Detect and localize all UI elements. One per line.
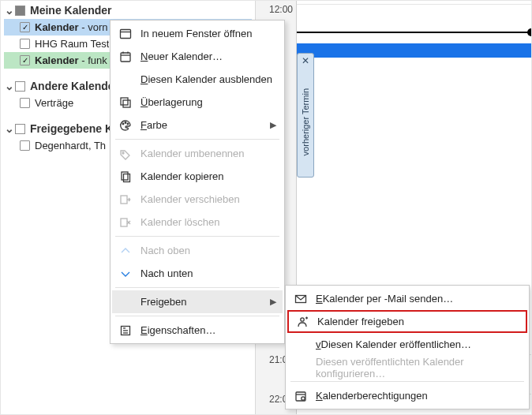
share-submenu: EKalender per -Mail senden…Kalender frei… (285, 285, 530, 409)
checkbox[interactable] (20, 55, 30, 65)
menu-item-label: Kalender kopieren (140, 170, 275, 182)
svg-point-23 (301, 317, 304, 320)
window-icon (117, 25, 134, 43)
menu-item-label: Kalender löschen (140, 216, 275, 228)
perm-icon (292, 387, 309, 405)
calendar-name: Degenhardt, Th (35, 140, 106, 151)
svg-point-9 (125, 122, 126, 123)
chevron-down-icon: ⌄ (4, 4, 15, 17)
palette-icon (117, 117, 134, 134)
menu-item-label: Kalender verschieben (140, 193, 275, 205)
previous-appointment-label: vorheriger Termin (301, 88, 310, 155)
menu-item-label: Kalender freigeben (317, 316, 518, 327)
svg-point-28 (302, 396, 305, 399)
chevron-down-icon: ⌄ (4, 122, 15, 135)
move-icon (117, 191, 134, 208)
context-menu: In neuem Fenster öffnenNeuer Kalender…Di… (110, 20, 285, 344)
menu-item-label: Nach oben (140, 245, 275, 256)
menu-item-delete: Kalender löschen (112, 211, 283, 234)
menu-item-down[interactable]: Nach unten (112, 262, 283, 285)
group-checkbox[interactable] (15, 81, 25, 92)
svg-rect-13 (124, 174, 130, 181)
group-title: Freigegebene K (30, 122, 113, 135)
calendar-name: HHG Raum Test (35, 38, 109, 50)
share-icon (294, 313, 311, 331)
menu-item-label: vDiesen Kalender eröffentlichen… (316, 338, 519, 350)
group-title: Meine Kalender (30, 4, 111, 17)
calendar-event[interactable] (297, 43, 531, 58)
menu-item-new-cal[interactable]: Neuer Kalender… (112, 45, 283, 68)
menu-item-up: Nach oben (112, 239, 283, 262)
svg-rect-12 (122, 172, 128, 180)
svg-rect-0 (121, 29, 131, 38)
menu-item-label: Freigeben (140, 296, 275, 308)
mail-icon (292, 290, 309, 308)
group-header[interactable]: ⌄Meine Kalender (4, 4, 252, 17)
menu-item-perm[interactable]: Kalenderberechtigungen (287, 384, 527, 407)
blank-icon (292, 336, 309, 353)
menu-item-label: Überlagerung (140, 96, 275, 108)
menu-item-props[interactable]: Eigenschaften… (112, 319, 283, 342)
hour-line (297, 4, 531, 5)
svg-rect-2 (121, 53, 130, 62)
checkbox[interactable] (20, 140, 30, 151)
menu-item-label: Eigenschaften… (140, 324, 275, 336)
menu-item-label: Diesen Kalender ausblenden (140, 73, 275, 85)
menu-item-label: Neuer Kalender… (140, 50, 275, 62)
svg-rect-6 (121, 98, 128, 105)
menu-item-label: In neuem Fenster öffnen (140, 28, 275, 39)
menu-item-overlay[interactable]: Überlagerung (112, 91, 283, 114)
svg-rect-15 (121, 219, 127, 226)
menu-item-label: Kalenderberechtigungen (316, 390, 519, 402)
hour-label: 12:00 (269, 4, 293, 15)
blank-icon (117, 293, 134, 311)
checkbox[interactable] (20, 39, 30, 49)
close-icon[interactable]: ✕ (298, 55, 313, 66)
checkbox[interactable] (20, 22, 30, 32)
calendar-name: Kalender - funk (35, 54, 107, 66)
menu-item-label: Farbe (140, 119, 275, 131)
delete-icon (117, 214, 134, 231)
svg-point-10 (127, 123, 129, 125)
group-checkbox[interactable] (15, 124, 25, 134)
chevron-down-icon: ⌄ (4, 80, 15, 92)
chev-down-icon (117, 265, 134, 282)
menu-item-open-new[interactable]: In neuem Fenster öffnen (112, 22, 283, 45)
chev-up-icon (117, 242, 134, 260)
menu-item-rename: Kalender umbenennen (112, 142, 283, 165)
menu-item-config: Diesen veröffentlichten Kalender konfigu… (287, 356, 527, 379)
menu-item-copy[interactable]: Kalender kopieren (112, 165, 283, 188)
calendar-name: Verträge (35, 97, 73, 109)
chevron-right-icon: ▶ (270, 120, 276, 130)
menu-item-share2[interactable]: Kalender freigeben (287, 310, 527, 333)
svg-rect-7 (123, 100, 130, 107)
calendar-name: Kalender - vorn (35, 21, 107, 33)
menu-item-label: EKalender per -Mail senden… (316, 293, 519, 305)
menu-item-hide-cal[interactable]: Diesen Kalender ausblenden (112, 68, 283, 91)
blank-icon (292, 359, 309, 376)
blank-icon (117, 71, 134, 88)
menu-item-color[interactable]: Farbe▶ (112, 114, 283, 136)
svg-point-8 (122, 123, 124, 125)
props-icon (117, 322, 134, 339)
menu-item-mail[interactable]: EKalender per -Mail senden… (287, 287, 527, 310)
calendar-icon (117, 48, 134, 65)
checkbox[interactable] (20, 98, 30, 108)
menu-item-label: Kalender umbenennen (140, 148, 275, 159)
menu-item-move: Kalender verschieben (112, 188, 283, 211)
overlay-icon (117, 94, 134, 111)
tag-icon (117, 145, 134, 163)
menu-item-publish[interactable]: vDiesen Kalender eröffentlichen… (287, 333, 527, 356)
previous-appointment-tab[interactable]: ✕ vorheriger Termin (297, 53, 314, 178)
group-checkbox[interactable] (15, 6, 25, 16)
now-indicator (297, 32, 531, 33)
svg-rect-14 (121, 196, 127, 204)
copy-icon (117, 168, 134, 185)
chevron-right-icon: ▶ (270, 297, 276, 307)
svg-point-11 (122, 152, 124, 154)
menu-item-label: Diesen veröffentlichten Kalender konfigu… (316, 356, 519, 379)
menu-item-label: Nach unten (140, 267, 275, 279)
group-title: Andere Kalender (30, 80, 118, 92)
menu-item-share[interactable]: Freigeben▶ (112, 290, 283, 313)
